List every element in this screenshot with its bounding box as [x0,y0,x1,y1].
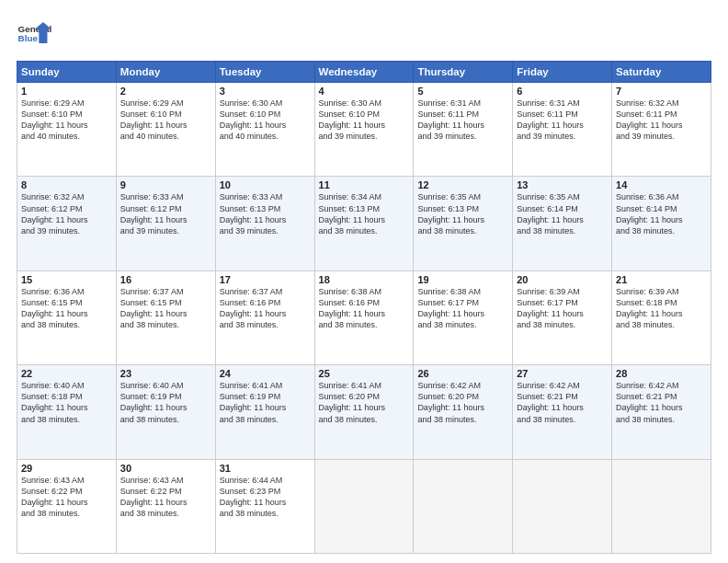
calendar-cell: 13Sunrise: 6:35 AM Sunset: 6:14 PM Dayli… [513,177,612,270]
calendar-cell: 4Sunrise: 6:30 AM Sunset: 6:10 PM Daylig… [314,83,414,177]
calendar-cell: 18Sunrise: 6:38 AM Sunset: 6:16 PM Dayli… [314,270,414,364]
day-number: 1 [21,86,112,97]
calendar-cell [513,459,612,553]
calendar-cell: 1Sunrise: 6:29 AM Sunset: 6:10 PM Daylig… [17,83,117,177]
page: General Blue SundayMondayTuesdayWednesda… [0,0,728,563]
calendar-cell: 10Sunrise: 6:33 AM Sunset: 6:13 PM Dayli… [215,177,314,270]
calendar-cell [414,459,513,553]
day-number: 29 [21,463,112,474]
day-number: 19 [417,274,508,285]
day-info: Sunrise: 6:38 AM Sunset: 6:17 PM Dayligh… [417,286,508,331]
calendar-cell: 23Sunrise: 6:40 AM Sunset: 6:19 PM Dayli… [116,365,215,459]
calendar-cell: 30Sunrise: 6:43 AM Sunset: 6:22 PM Dayli… [116,459,215,553]
day-info: Sunrise: 6:35 AM Sunset: 6:13 PM Dayligh… [417,191,508,236]
calendar-header-sunday: Sunday [17,62,117,83]
day-number: 4 [319,86,410,97]
day-number: 16 [120,274,211,285]
calendar-cell: 5Sunrise: 6:31 AM Sunset: 6:11 PM Daylig… [414,83,513,177]
calendar-cell: 29Sunrise: 6:43 AM Sunset: 6:22 PM Dayli… [17,459,117,553]
calendar-cell: 6Sunrise: 6:31 AM Sunset: 6:11 PM Daylig… [513,83,612,177]
day-number: 28 [616,368,707,379]
day-number: 24 [220,368,311,379]
day-number: 2 [120,86,211,97]
day-number: 15 [21,274,112,285]
calendar-header-wednesday: Wednesday [314,62,414,83]
day-info: Sunrise: 6:42 AM Sunset: 6:21 PM Dayligh… [517,380,608,425]
calendar-cell: 7Sunrise: 6:32 AM Sunset: 6:11 PM Daylig… [612,83,711,177]
day-info: Sunrise: 6:33 AM Sunset: 6:13 PM Dayligh… [220,191,311,236]
calendar-header-tuesday: Tuesday [215,62,314,83]
day-number: 23 [120,368,211,379]
day-info: Sunrise: 6:43 AM Sunset: 6:22 PM Dayligh… [21,475,112,520]
day-info: Sunrise: 6:35 AM Sunset: 6:14 PM Dayligh… [517,191,608,236]
calendar-week-5: 29Sunrise: 6:43 AM Sunset: 6:22 PM Dayli… [17,459,711,553]
calendar-cell [314,459,414,553]
day-info: Sunrise: 6:36 AM Sunset: 6:15 PM Dayligh… [21,286,112,331]
day-number: 14 [616,179,707,190]
calendar-cell: 3Sunrise: 6:30 AM Sunset: 6:10 PM Daylig… [215,83,314,177]
day-info: Sunrise: 6:29 AM Sunset: 6:10 PM Dayligh… [120,98,211,143]
day-number: 22 [21,368,112,379]
day-info: Sunrise: 6:44 AM Sunset: 6:23 PM Dayligh… [220,475,311,520]
day-info: Sunrise: 6:37 AM Sunset: 6:15 PM Dayligh… [120,286,211,331]
day-number: 12 [417,179,508,190]
calendar-cell: 19Sunrise: 6:38 AM Sunset: 6:17 PM Dayli… [414,270,513,364]
calendar: SundayMondayTuesdayWednesdayThursdayFrid… [17,61,711,554]
day-info: Sunrise: 6:37 AM Sunset: 6:16 PM Dayligh… [220,286,311,331]
header: General Blue [17,17,711,52]
day-number: 9 [120,179,211,190]
day-info: Sunrise: 6:39 AM Sunset: 6:17 PM Dayligh… [517,286,608,331]
day-number: 21 [616,274,707,285]
day-number: 10 [220,179,311,190]
day-number: 6 [517,86,608,97]
day-info: Sunrise: 6:38 AM Sunset: 6:16 PM Dayligh… [319,286,410,331]
day-number: 26 [417,368,508,379]
day-info: Sunrise: 6:36 AM Sunset: 6:14 PM Dayligh… [616,191,707,236]
calendar-cell: 27Sunrise: 6:42 AM Sunset: 6:21 PM Dayli… [513,365,612,459]
calendar-cell: 31Sunrise: 6:44 AM Sunset: 6:23 PM Dayli… [215,459,314,553]
day-number: 20 [517,274,608,285]
day-info: Sunrise: 6:41 AM Sunset: 6:19 PM Dayligh… [220,380,311,425]
day-number: 17 [220,274,311,285]
day-info: Sunrise: 6:31 AM Sunset: 6:11 PM Dayligh… [517,98,608,143]
calendar-cell: 12Sunrise: 6:35 AM Sunset: 6:13 PM Dayli… [414,177,513,270]
day-number: 3 [220,86,311,97]
calendar-cell: 16Sunrise: 6:37 AM Sunset: 6:15 PM Dayli… [116,270,215,364]
calendar-cell: 11Sunrise: 6:34 AM Sunset: 6:13 PM Dayli… [314,177,414,270]
calendar-week-3: 15Sunrise: 6:36 AM Sunset: 6:15 PM Dayli… [17,270,711,364]
calendar-cell [612,459,711,553]
day-number: 8 [21,179,112,190]
day-info: Sunrise: 6:39 AM Sunset: 6:18 PM Dayligh… [616,286,707,331]
calendar-cell: 26Sunrise: 6:42 AM Sunset: 6:20 PM Dayli… [414,365,513,459]
day-info: Sunrise: 6:43 AM Sunset: 6:22 PM Dayligh… [120,475,211,520]
calendar-cell: 8Sunrise: 6:32 AM Sunset: 6:12 PM Daylig… [17,177,117,270]
day-number: 7 [616,86,707,97]
day-info: Sunrise: 6:30 AM Sunset: 6:10 PM Dayligh… [319,98,410,143]
calendar-header-monday: Monday [116,62,215,83]
calendar-header-friday: Friday [513,62,612,83]
day-number: 13 [517,179,608,190]
calendar-cell: 15Sunrise: 6:36 AM Sunset: 6:15 PM Dayli… [17,270,117,364]
day-info: Sunrise: 6:32 AM Sunset: 6:12 PM Dayligh… [21,191,112,236]
calendar-week-1: 1Sunrise: 6:29 AM Sunset: 6:10 PM Daylig… [17,83,711,177]
day-info: Sunrise: 6:40 AM Sunset: 6:19 PM Dayligh… [120,380,211,425]
calendar-cell: 25Sunrise: 6:41 AM Sunset: 6:20 PM Dayli… [314,365,414,459]
day-info: Sunrise: 6:31 AM Sunset: 6:11 PM Dayligh… [417,98,508,143]
day-number: 5 [417,86,508,97]
calendar-week-4: 22Sunrise: 6:40 AM Sunset: 6:18 PM Dayli… [17,365,711,459]
calendar-week-2: 8Sunrise: 6:32 AM Sunset: 6:12 PM Daylig… [17,177,711,270]
calendar-cell: 24Sunrise: 6:41 AM Sunset: 6:19 PM Dayli… [215,365,314,459]
day-info: Sunrise: 6:42 AM Sunset: 6:21 PM Dayligh… [616,380,707,425]
day-info: Sunrise: 6:40 AM Sunset: 6:18 PM Dayligh… [21,380,112,425]
day-number: 11 [319,179,410,190]
calendar-cell: 21Sunrise: 6:39 AM Sunset: 6:18 PM Dayli… [612,270,711,364]
day-info: Sunrise: 6:29 AM Sunset: 6:10 PM Dayligh… [21,98,112,143]
calendar-header-row: SundayMondayTuesdayWednesdayThursdayFrid… [17,62,711,83]
day-info: Sunrise: 6:41 AM Sunset: 6:20 PM Dayligh… [319,380,410,425]
calendar-cell: 2Sunrise: 6:29 AM Sunset: 6:10 PM Daylig… [116,83,215,177]
calendar-cell: 9Sunrise: 6:33 AM Sunset: 6:12 PM Daylig… [116,177,215,270]
calendar-cell: 17Sunrise: 6:37 AM Sunset: 6:16 PM Dayli… [215,270,314,364]
day-number: 31 [220,463,311,474]
day-info: Sunrise: 6:33 AM Sunset: 6:12 PM Dayligh… [120,191,211,236]
calendar-cell: 20Sunrise: 6:39 AM Sunset: 6:17 PM Dayli… [513,270,612,364]
